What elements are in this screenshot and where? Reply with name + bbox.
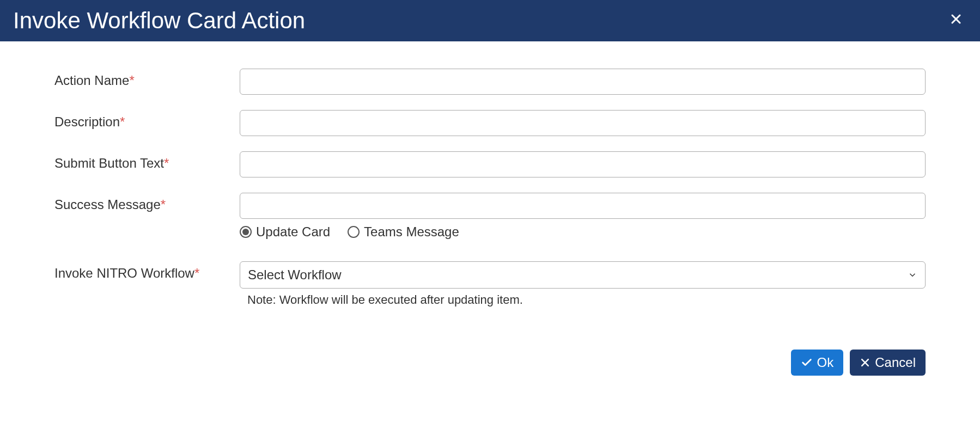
dialog-title: Invoke Workflow Card Action — [13, 8, 305, 34]
required-marker: * — [120, 114, 125, 129]
required-marker: * — [194, 266, 199, 280]
label-submit-button-text: Submit Button Text* — [54, 151, 240, 171]
close-button[interactable] — [945, 10, 967, 32]
form: Action Name* Description* Submit Button … — [0, 41, 980, 333]
dialog-header: Invoke Workflow Card Action — [0, 0, 980, 41]
label-action-name: Action Name* — [54, 69, 240, 88]
row-invoke-workflow: Invoke NITRO Workflow* Select Workflow N… — [54, 261, 926, 307]
chevron-down-icon — [908, 270, 917, 280]
required-marker: * — [164, 156, 169, 170]
description-input[interactable] — [240, 110, 926, 136]
action-name-input[interactable] — [240, 69, 926, 95]
select-placeholder: Select Workflow — [248, 267, 342, 283]
row-action-name: Action Name* — [54, 69, 926, 95]
cancel-label: Cancel — [875, 355, 916, 370]
invoke-workflow-select[interactable]: Select Workflow — [240, 261, 926, 289]
row-success-message: Success Message* Update Card Teams Messa… — [54, 193, 926, 240]
radio-update-card[interactable]: Update Card — [240, 224, 330, 240]
dialog-footer: Ok Cancel — [0, 333, 980, 392]
label-invoke-workflow: Invoke NITRO Workflow* — [54, 261, 240, 281]
row-description: Description* — [54, 110, 926, 136]
success-message-input[interactable] — [240, 193, 926, 219]
close-icon — [860, 357, 871, 368]
required-marker: * — [161, 197, 166, 212]
check-icon — [801, 357, 813, 369]
close-icon — [949, 13, 963, 26]
cancel-button[interactable]: Cancel — [850, 350, 926, 376]
ok-button[interactable]: Ok — [791, 350, 844, 376]
radio-teams-message[interactable]: Teams Message — [348, 224, 459, 240]
label-success-message: Success Message* — [54, 193, 240, 212]
radio-circle-icon — [348, 226, 360, 238]
row-submit-button-text: Submit Button Text* — [54, 151, 926, 177]
message-type-radio-group: Update Card Teams Message — [240, 224, 926, 240]
radio-circle-icon — [240, 226, 252, 238]
ok-label: Ok — [817, 355, 834, 370]
required-marker: * — [129, 73, 134, 88]
label-description: Description* — [54, 110, 240, 130]
workflow-note: Note: Workflow will be executed after up… — [240, 293, 926, 307]
submit-button-text-input[interactable] — [240, 151, 926, 177]
